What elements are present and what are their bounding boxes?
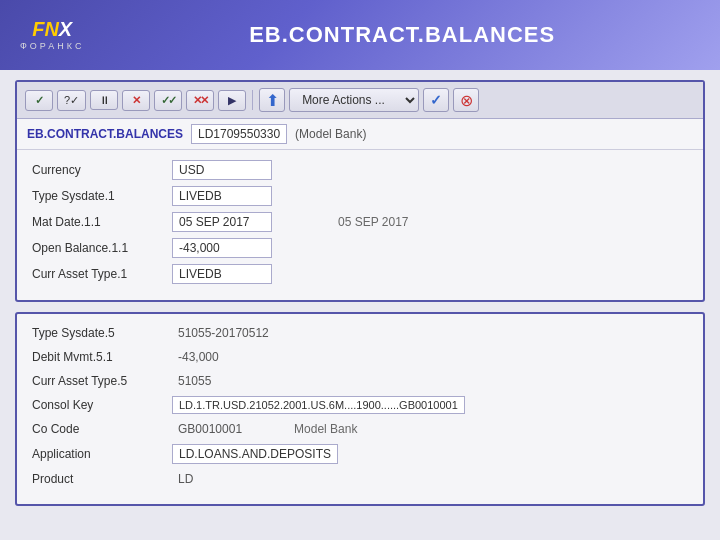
blue-check-icon: ✓ [430,92,442,108]
field-curr-asset5: Curr Asset Type.5 51055 [32,372,688,390]
mat-date-value: 05 SEP 2017 [172,212,272,232]
curr-asset1-label: Curr Asset Type.1 [32,267,172,281]
type-sysdate5-value: 51055-20170512 [172,324,275,342]
mat-date-label: Mat Date.1.1 [32,215,172,229]
logo: FNX ФОРАНКС [20,19,84,51]
check-icon: ✓ [35,94,44,107]
dbl-commit-btn[interactable]: ✓✓ [154,90,182,111]
cancel-btn[interactable]: ✕ [122,90,150,111]
field-open-balance: Open Balance.1.1 -43,000 [32,238,688,258]
open-balance-label: Open Balance.1.1 [32,241,172,255]
co-code-label: Co Code [32,422,172,436]
section-1: Currency USD Type Sysdate.1 LIVEDB Mat D… [17,150,703,300]
field-consol-key: Consol Key LD.1.TR.USD.21052.2001.US.6M.… [32,396,688,414]
consol-key-value: LD.1.TR.USD.21052.2001.US.6M....1900....… [172,396,465,414]
panel-1: ✓ ?✓ ⏸ ✕ ✓✓ ✕✕ ▶ ⬆ [15,80,705,302]
curr-asset5-label: Curr Asset Type.5 [32,374,172,388]
application-label: Application [32,447,172,461]
breadcrumb-record-id: LD1709550330 [191,124,287,144]
dbl-check-icon: ✓✓ [161,94,175,107]
co-code-value: GB0010001 [172,420,248,438]
breadcrumb-bank: (Model Bank) [295,127,366,141]
currency-label: Currency [32,163,172,177]
curr-asset1-value: LIVEDB [172,264,272,284]
header: FNX ФОРАНКС EB.CONTRACT.BALANCES [0,0,720,70]
confirm-btn[interactable]: ✓ [423,88,449,112]
application-value: LD.LOANS.AND.DEPOSITS [172,444,338,464]
dbl-x-icon: ✕✕ [193,94,207,107]
mat-date-extra: 05 SEP 2017 [332,213,415,231]
field-co-code: Co Code GB0010001 Model Bank [32,420,688,438]
curr-asset5-value: 51055 [172,372,217,390]
close-icon: ⊗ [460,91,473,110]
section-2: Type Sysdate.5 51055-20170512 Debit Mvmt… [17,314,703,504]
currency-value: USD [172,160,272,180]
dbl-cancel-btn[interactable]: ✕✕ [186,90,214,111]
validate-btn[interactable]: ?✓ [57,90,86,111]
type-sysdate1-value: LIVEDB [172,186,272,206]
separator [252,90,253,110]
upload-btn[interactable]: ⬆ [259,88,285,112]
type-sysdate1-label: Type Sysdate.1 [32,189,172,203]
debit-mvmt-value: -43,000 [172,348,225,366]
forward-btn[interactable]: ▶ [218,90,246,111]
arrow-icon: ▶ [228,94,236,107]
page-title: EB.CONTRACT.BALANCES [104,22,700,48]
more-actions-dropdown[interactable]: More Actions ... Copy Delete Print [289,88,419,112]
commit-btn[interactable]: ✓ [25,90,53,111]
field-application: Application LD.LOANS.AND.DEPOSITS [32,444,688,464]
debit-mvmt-label: Debit Mvmt.5.1 [32,350,172,364]
logo-sub: ФОРАНКС [20,41,84,51]
product-label: Product [32,472,172,486]
field-debit-mvmt: Debit Mvmt.5.1 -43,000 [32,348,688,366]
field-curr-asset1: Curr Asset Type.1 LIVEDB [32,264,688,284]
x-icon: ✕ [132,94,141,107]
type-sysdate5-label: Type Sysdate.5 [32,326,172,340]
field-mat-date: Mat Date.1.1 05 SEP 2017 05 SEP 2017 [32,212,688,232]
breadcrumb-app: EB.CONTRACT.BALANCES [27,127,183,141]
logo-text: FNX [32,19,72,39]
pause-btn[interactable]: ⏸ [90,90,118,110]
field-type-sysdate5: Type Sysdate.5 51055-20170512 [32,324,688,342]
close-btn[interactable]: ⊗ [453,88,479,112]
field-type-sysdate1: Type Sysdate.1 LIVEDB [32,186,688,206]
field-product: Product LD [32,470,688,488]
breadcrumb: EB.CONTRACT.BALANCES LD1709550330 (Model… [17,119,703,150]
toolbar: ✓ ?✓ ⏸ ✕ ✓✓ ✕✕ ▶ ⬆ [17,82,703,119]
product-value: LD [172,470,199,488]
validate-icon: ?✓ [64,94,79,107]
open-balance-value: -43,000 [172,238,272,258]
co-code-bank: Model Bank [288,420,363,438]
field-currency: Currency USD [32,160,688,180]
main-content: ✓ ?✓ ⏸ ✕ ✓✓ ✕✕ ▶ ⬆ [0,70,720,540]
upload-icon: ⬆ [266,91,279,110]
panel-2: Type Sysdate.5 51055-20170512 Debit Mvmt… [15,312,705,506]
pause-icon: ⏸ [99,94,110,106]
consol-key-label: Consol Key [32,398,172,412]
